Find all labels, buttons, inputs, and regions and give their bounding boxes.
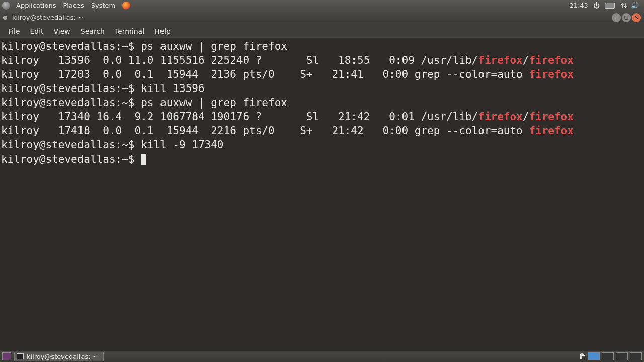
cmd-ps-grep-1: ps auxww | grep firefox: [141, 40, 287, 52]
maximize-button[interactable]: ◻: [622, 13, 631, 22]
power-icon[interactable]: ⏻: [593, 2, 600, 9]
trash-icon[interactable]: 🗑: [579, 352, 586, 360]
ps-output-row: kilroy 13596 0.0 11.0 1155516 225240 ? S…: [1, 54, 478, 66]
clock[interactable]: 21:43: [569, 2, 588, 9]
workspace-2[interactable]: [602, 352, 614, 360]
prompt: kilroy@stevedallas:~$: [1, 40, 141, 52]
grep-match: firefox: [529, 111, 574, 123]
prompt: kilroy@stevedallas:~$: [1, 139, 141, 151]
menu-search[interactable]: Search: [75, 27, 110, 35]
ps-output-row: kilroy 17340 16.4 9.2 1067784 190176 ? S…: [1, 111, 478, 123]
system-menu[interactable]: System: [88, 2, 118, 9]
keyboard-icon[interactable]: [605, 3, 615, 9]
top-panel-left: Applications Places System: [2, 2, 130, 10]
ps-output-row: kilroy 17203 0.0 0.1 15944 2136 pts/0 S+…: [1, 68, 529, 80]
prompt: kilroy@stevedallas:~$: [1, 153, 141, 165]
sound-icon[interactable]: 🔊: [631, 2, 639, 9]
ps-output-row: kilroy 17418 0.0 0.1 15944 2216 pts/0 S+…: [1, 125, 529, 137]
top-panel-right: 21:43 ⏻ ↑↓ 🔊: [569, 2, 642, 9]
menu-help[interactable]: Help: [149, 27, 176, 35]
grep-match: firefox: [529, 68, 574, 80]
terminal-icon: [17, 353, 24, 359]
menu-edit[interactable]: Edit: [25, 27, 48, 35]
terminal-viewport[interactable]: kilroy@stevedallas:~$ ps auxww | grep fi…: [0, 38, 644, 351]
taskbar-entry-terminal[interactable]: kilroy@stevedallas: ~: [14, 352, 104, 361]
network-icon[interactable]: ↑↓: [620, 2, 626, 9]
workspace-1[interactable]: [588, 352, 600, 360]
grep-match: firefox: [478, 111, 523, 123]
taskbar-entry-label: kilroy@stevedallas: ~: [27, 353, 98, 360]
cmd-kill-9: kill -9 17340: [141, 139, 223, 151]
firefox-launcher-icon[interactable]: [122, 2, 130, 10]
minimize-button[interactable]: –: [612, 13, 621, 22]
window-controls: – ◻ ✕: [612, 13, 641, 22]
workspace-4[interactable]: [630, 352, 642, 360]
window-title: kilroy@stevedallas: ~: [12, 14, 84, 21]
places-menu[interactable]: Places: [60, 2, 87, 9]
menu-view[interactable]: View: [49, 27, 75, 35]
grep-match: firefox: [529, 125, 574, 137]
applications-menu[interactable]: Applications: [13, 2, 59, 9]
prompt: kilroy@stevedallas:~$: [1, 82, 141, 95]
window-titlebar[interactable]: kilroy@stevedallas: ~ – ◻ ✕: [0, 11, 644, 24]
show-desktop-button[interactable]: [2, 352, 11, 360]
bottom-panel-right: 🗑: [579, 352, 642, 360]
grep-match: firefox: [529, 54, 574, 66]
top-panel: Applications Places System 21:43 ⏻ ↑↓ 🔊: [0, 0, 644, 11]
bottom-panel: kilroy@stevedallas: ~ 🗑: [0, 351, 644, 362]
close-button[interactable]: ✕: [632, 13, 641, 22]
window-app-icon: [3, 16, 7, 20]
menu-terminal[interactable]: Terminal: [110, 27, 149, 35]
gnome-logo-icon[interactable]: [2, 2, 10, 10]
menu-file[interactable]: File: [3, 27, 25, 35]
cmd-kill-1: kill 13596: [141, 82, 204, 95]
cursor: [141, 154, 146, 165]
cmd-ps-grep-2: ps auxww | grep firefox: [141, 97, 287, 109]
grep-match: firefox: [478, 54, 523, 66]
prompt: kilroy@stevedallas:~$: [1, 97, 141, 109]
terminal-menubar: File Edit View Search Terminal Help: [0, 24, 644, 38]
workspace-3[interactable]: [616, 352, 628, 360]
